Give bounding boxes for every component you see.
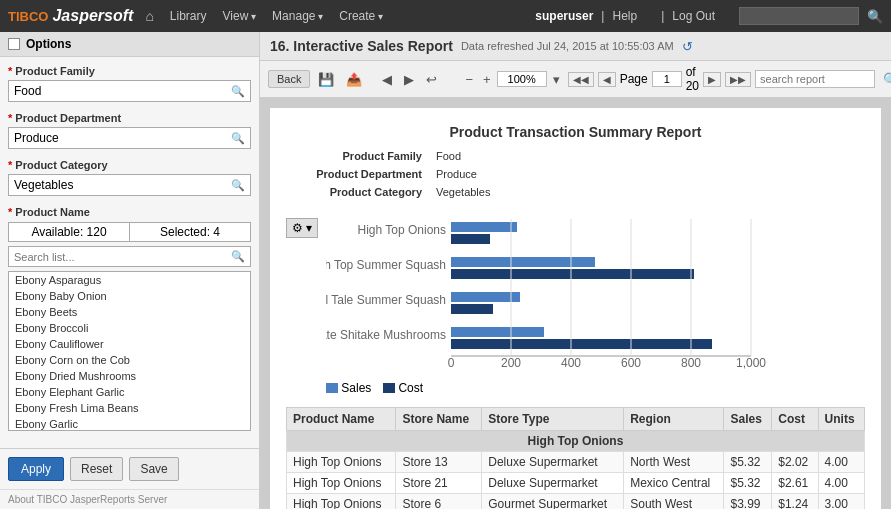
zoom-minus-button[interactable]: − <box>461 70 477 89</box>
sidebar-title: Options <box>26 37 71 51</box>
product-list-item[interactable]: Ebony Dried Mushrooms <box>9 368 250 384</box>
product-department-input[interactable] <box>9 128 226 148</box>
nav-library[interactable]: Library <box>170 9 207 23</box>
table-cell: Mexico Central <box>624 473 724 494</box>
table-cell: South West <box>624 494 724 510</box>
table-header-cell: Sales <box>724 408 772 431</box>
page-input[interactable] <box>652 71 682 87</box>
table-cell: $5.32 <box>724 473 772 494</box>
table-cell: $1.24 <box>772 494 818 510</box>
sidebar-content: Product Family 🔍 Product Department 🔍 Pr… <box>0 57 259 448</box>
apply-button[interactable]: Apply <box>8 457 64 481</box>
nav-manage[interactable]: Manage <box>272 9 323 23</box>
page-label: Page <box>620 72 648 86</box>
search-report-input[interactable] <box>755 70 875 88</box>
search-list-input[interactable] <box>9 248 226 266</box>
pf-label: Product Family <box>288 148 428 164</box>
table-body: High Top OnionsHigh Top OnionsStore 13De… <box>287 431 865 510</box>
data-table: Product NameStore NameStore TypeRegionSa… <box>286 407 865 509</box>
nav-undo-icon[interactable]: ↩ <box>422 70 441 89</box>
report-page: Product Transaction Summary Report Produ… <box>270 108 881 509</box>
nav-next-icon[interactable]: ▶ <box>400 70 418 89</box>
tibco-logo: TIBCO <box>8 9 48 24</box>
nav-create[interactable]: Create <box>339 9 383 23</box>
nav-logout[interactable]: Log Out <box>672 9 715 23</box>
product-family-input[interactable] <box>9 81 226 101</box>
nav-search-button[interactable]: 🔍 <box>867 9 883 24</box>
svg-text:200: 200 <box>501 356 521 370</box>
product-list-item[interactable]: Ebony Elephant Garlic <box>9 384 250 400</box>
export-icon[interactable]: 📤 <box>342 70 366 89</box>
table-row: High Top OnionsStore 13Deluxe Supermarke… <box>287 452 865 473</box>
product-list-item[interactable]: Ebony Broccoli <box>9 320 250 336</box>
product-list: Ebony AsparagusEbony Baby OnionEbony Bee… <box>8 271 251 431</box>
pf-value: Food <box>430 148 863 164</box>
svg-text:400: 400 <box>561 356 581 370</box>
home-icon[interactable]: ⌂ <box>145 8 153 24</box>
table-row: High Top OnionsStore 6Gourmet Supermarke… <box>287 494 865 510</box>
search-list-icon[interactable]: 🔍 <box>226 247 250 266</box>
report-content: Product Transaction Summary Report Produ… <box>260 98 891 509</box>
nav-help[interactable]: Help <box>612 9 637 23</box>
product-list-item[interactable]: Ebony Corn on the Cob <box>9 352 250 368</box>
product-list-item[interactable]: Ebony Beets <box>9 304 250 320</box>
product-category-input[interactable] <box>9 175 226 195</box>
page-next-button[interactable]: ▶ <box>703 72 721 87</box>
search-report-icon[interactable]: 🔍 <box>879 70 891 89</box>
save-button[interactable]: Save <box>129 457 178 481</box>
refresh-icon[interactable]: ↺ <box>682 39 693 54</box>
product-department-search-icon[interactable]: 🔍 <box>226 129 250 148</box>
page-prev-button[interactable]: ◀ <box>598 72 616 87</box>
selected-count: Selected: 4 <box>130 222 251 242</box>
toolbar: Back 💾 📤 ◀ ▶ ↩ − + ▾ ◀◀ ◀ Page of 20 ▶ ▶… <box>260 61 891 98</box>
product-department-group: Product Department 🔍 <box>8 112 251 149</box>
nav-prev-icon[interactable]: ◀ <box>378 70 396 89</box>
table-group-row: High Top Onions <box>287 431 865 452</box>
zoom-plus-button[interactable]: + <box>479 70 495 89</box>
svg-text:0: 0 <box>448 356 455 370</box>
reset-button[interactable]: Reset <box>70 457 123 481</box>
zoom-input[interactable] <box>497 71 547 87</box>
page-of: of 20 <box>686 65 699 93</box>
product-family-input-row: 🔍 <box>8 80 251 102</box>
product-list-item[interactable]: Ebony Baby Onion <box>9 288 250 304</box>
back-button[interactable]: Back <box>268 70 310 88</box>
table-cell: Deluxe Supermarket <box>482 473 624 494</box>
zoom-dropdown-icon[interactable]: ▾ <box>549 70 564 89</box>
product-list-item[interactable]: Ebony Cauliflower <box>9 336 250 352</box>
search-list-row: 🔍 <box>8 246 251 267</box>
table-cell: Gourmet Supermarket <box>482 494 624 510</box>
options-checkbox[interactable] <box>8 38 20 50</box>
save-icon[interactable]: 💾 <box>314 70 338 89</box>
legend-sales-label: Sales <box>341 381 371 395</box>
nav-view[interactable]: View <box>223 9 257 23</box>
nav-search-input[interactable] <box>739 7 859 25</box>
product-category-search-icon[interactable]: 🔍 <box>226 176 250 195</box>
available-selected-row: Available: 120 Selected: 4 <box>8 222 251 242</box>
nav-username[interactable]: superuser <box>535 9 593 23</box>
chart-options-button[interactable]: ⚙ ▾ <box>286 218 318 238</box>
table-cell: High Top Onions <box>287 452 396 473</box>
svg-rect-10 <box>451 327 544 337</box>
table-cell: Store 21 <box>396 473 482 494</box>
page-first-button[interactable]: ◀◀ <box>568 72 594 87</box>
table-header-cell: Region <box>624 408 724 431</box>
product-list-item[interactable]: Ebony Garlic <box>9 416 250 431</box>
product-category-input-row: 🔍 <box>8 174 251 196</box>
product-family-search-icon[interactable]: 🔍 <box>226 82 250 101</box>
table-cell: 3.00 <box>818 494 864 510</box>
table-cell: $3.99 <box>724 494 772 510</box>
product-list-item[interactable]: Ebony Asparagus <box>9 272 250 288</box>
zoom-control: − + ▾ <box>461 70 563 89</box>
svg-rect-5 <box>451 234 490 244</box>
navbar: TIBCO Jaspersoft ⌂ Library View Manage C… <box>0 0 891 32</box>
pd-label: Product Department <box>288 166 428 182</box>
product-list-item[interactable]: Ebony Fresh Lima Beans <box>9 400 250 416</box>
svg-text:High Top Summer Squash: High Top Summer Squash <box>326 258 446 272</box>
sidebar-header: Options <box>0 32 259 57</box>
svg-text:600: 600 <box>621 356 641 370</box>
group-header-cell: High Top Onions <box>287 431 865 452</box>
summary-title: Product Transaction Summary Report <box>286 124 865 140</box>
page-last-button[interactable]: ▶▶ <box>725 72 751 87</box>
svg-rect-6 <box>451 257 595 267</box>
